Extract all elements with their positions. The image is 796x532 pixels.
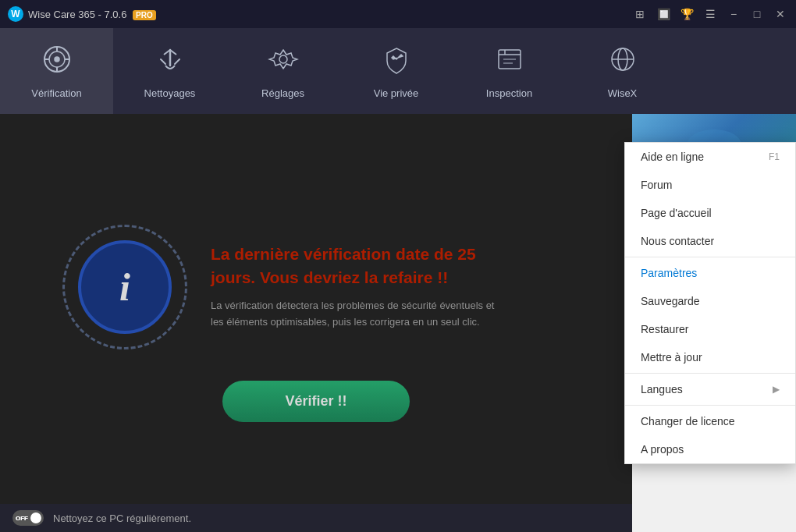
toggle-switch[interactable]: OFF [12,510,44,526]
info-circle: i [62,225,187,349]
title-bar: W Wise Care 365 - 7.0.6 PRO ⊞ 🔲 🏆 ☰ − □ … [0,0,796,28]
nav-label-nettoyages: Nettoyages [144,87,196,99]
wisex-icon [607,44,638,81]
menu-item-parametres[interactable]: Paramètres [625,259,795,287]
menu-item-restaurer[interactable]: Restaurer [625,315,795,343]
svg-line-9 [175,59,179,64]
toggle-knob [30,512,41,523]
menu-separator-3 [625,405,795,406]
menu-item-mettre-a-jour[interactable]: Mettre à jour [625,343,795,371]
top-nav: Vérification Nettoyages Réglages [0,28,796,114]
inspection-icon [494,44,525,81]
reglages-icon [268,44,299,81]
close-button[interactable]: ✕ [773,6,788,22]
bottom-description: Nettoyez ce PC régulièrement. [53,512,191,524]
nav-label-inspection: Inspection [486,87,532,99]
trophy-icon[interactable]: 🏆 [679,6,695,22]
logo-icon: W [8,6,23,22]
main-text-block: La dernière vérification date de 25 jour… [211,243,507,330]
langues-arrow-icon: ▶ [773,384,780,395]
menu-item-a-propos[interactable]: A propos [625,435,795,463]
bottom-bar: OFF Nettoyez ce PC régulièrement. [0,504,632,532]
menu-item-page-accueil[interactable]: Page d'accueil [625,199,795,227]
pro-badge: PRO [133,10,156,20]
menu-item-nous-contacter[interactable]: Nous contacter [625,227,795,255]
menu-item-langues[interactable]: Langues ▶ [625,375,795,403]
menu-icon[interactable]: ☰ [702,6,718,22]
menu-shortcut-f1: F1 [769,151,780,162]
app-logo: W Wise Care 365 - 7.0.6 PRO [8,6,156,22]
menu-item-forum[interactable]: Forum [625,171,795,199]
main-subtext: La vérification détectera les problèmes … [211,298,507,331]
monitor-icon[interactable]: ⊞ [632,6,648,22]
toggle-off-label: OFF [16,515,28,522]
nettoyages-icon [155,44,186,81]
info-circle-inner: i [78,240,172,334]
dropdown-menu: Aide en ligne F1 Forum Page d'accueil No… [624,142,796,464]
window-controls: ⊞ 🔲 🏆 ☰ − □ ✕ [632,6,788,22]
left-panel: i La dernière vérification date de 25 jo… [0,114,632,532]
nav-label-verification: Vérification [31,87,81,99]
share-icon[interactable]: 🔲 [656,6,671,22]
nav-item-nettoyages[interactable]: Nettoyages [113,28,226,114]
nav-item-inspection[interactable]: Inspection [453,28,566,114]
nav-label-vie-privee: Vie privée [374,87,419,99]
nav-label-wisex: WiseX [608,87,638,99]
nav-label-reglages: Réglages [261,87,304,99]
nav-item-verification[interactable]: Vérification [0,28,113,114]
vie-privee-icon [381,44,412,81]
verification-icon [41,44,73,81]
verify-button[interactable]: Vérifier !! [222,381,409,422]
nav-item-vie-privee[interactable]: Vie privée [339,28,453,114]
svg-point-10 [279,55,287,63]
menu-item-sauvegarde[interactable]: Sauvegarde [625,287,795,315]
menu-separator-2 [625,373,795,374]
app-title: Wise Care 365 - 7.0.6 PRO [28,9,156,20]
minimize-button[interactable]: − [726,6,741,22]
main-heading: La dernière vérification date de 25 jour… [211,243,507,289]
nav-item-wisex[interactable]: WiseX [566,28,679,114]
menu-separator-1 [625,257,795,257]
menu-item-aide-en-ligne[interactable]: Aide en ligne F1 [625,143,795,171]
nav-item-reglages[interactable]: Réglages [226,28,339,114]
maximize-button[interactable]: □ [749,6,765,22]
svg-line-8 [161,59,165,64]
menu-item-changer-licence[interactable]: Changer de licence [625,407,795,435]
info-icon: i [119,268,130,307]
svg-point-6 [55,57,59,62]
